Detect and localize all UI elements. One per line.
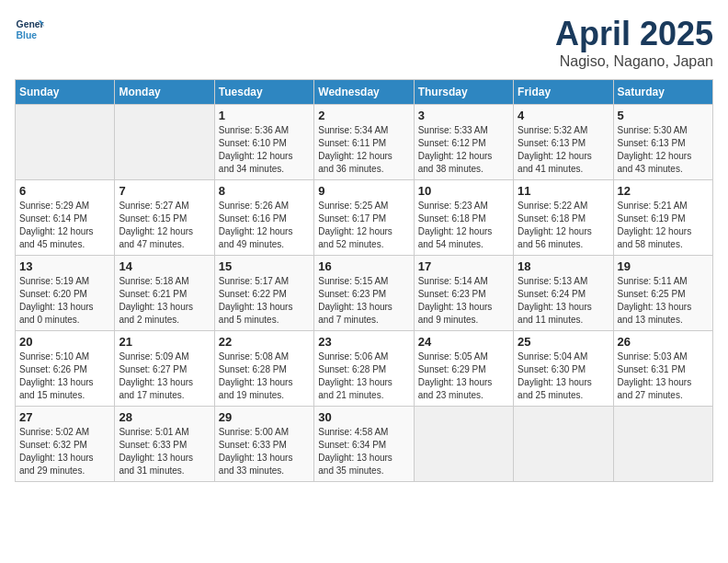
day-info: Sunrise: 5:05 AM Sunset: 6:29 PM Dayligh… — [418, 350, 509, 402]
calendar-cell: 10Sunrise: 5:23 AM Sunset: 6:18 PM Dayli… — [414, 180, 513, 256]
day-info: Sunrise: 5:10 AM Sunset: 6:26 PM Dayligh… — [19, 350, 110, 402]
calendar-cell — [16, 105, 115, 180]
calendar-cell: 4Sunrise: 5:32 AM Sunset: 6:13 PM Daylig… — [514, 105, 613, 180]
calendar-cell — [514, 407, 613, 482]
calendar-table: Sunday Monday Tuesday Wednesday Thursday… — [15, 79, 713, 482]
calendar-week-2: 6Sunrise: 5:29 AM Sunset: 6:14 PM Daylig… — [16, 180, 713, 256]
calendar-cell: 1Sunrise: 5:36 AM Sunset: 6:10 PM Daylig… — [214, 105, 313, 180]
day-info: Sunrise: 5:15 AM Sunset: 6:23 PM Dayligh… — [318, 275, 409, 327]
day-number: 22 — [219, 335, 310, 349]
day-number: 13 — [19, 259, 110, 273]
calendar-cell: 2Sunrise: 5:34 AM Sunset: 6:11 PM Daylig… — [314, 105, 414, 180]
calendar-cell: 17Sunrise: 5:14 AM Sunset: 6:23 PM Dayli… — [414, 256, 513, 331]
day-number: 24 — [418, 335, 509, 349]
day-info: Sunrise: 5:21 AM Sunset: 6:19 PM Dayligh… — [618, 200, 709, 251]
calendar-cell: 25Sunrise: 5:04 AM Sunset: 6:30 PM Dayli… — [514, 331, 613, 407]
day-number: 26 — [618, 335, 709, 349]
day-number: 30 — [318, 410, 409, 424]
day-number: 18 — [518, 259, 609, 273]
calendar-cell: 27Sunrise: 5:02 AM Sunset: 6:32 PM Dayli… — [16, 407, 115, 482]
calendar-cell: 15Sunrise: 5:17 AM Sunset: 6:22 PM Dayli… — [214, 256, 313, 331]
col-monday: Monday — [115, 80, 214, 105]
day-number: 21 — [119, 335, 210, 349]
day-number: 2 — [318, 109, 409, 122]
calendar-cell: 8Sunrise: 5:26 AM Sunset: 6:16 PM Daylig… — [214, 180, 313, 256]
day-info: Sunrise: 5:25 AM Sunset: 6:17 PM Dayligh… — [318, 200, 409, 251]
col-saturday: Saturday — [613, 80, 712, 105]
calendar-cell: 13Sunrise: 5:19 AM Sunset: 6:20 PM Dayli… — [16, 256, 115, 331]
calendar-week-4: 20Sunrise: 5:10 AM Sunset: 6:26 PM Dayli… — [16, 331, 713, 407]
day-number: 3 — [418, 109, 509, 122]
calendar-cell: 23Sunrise: 5:06 AM Sunset: 6:28 PM Dayli… — [314, 331, 414, 407]
calendar-cell: 26Sunrise: 5:03 AM Sunset: 6:31 PM Dayli… — [613, 331, 712, 407]
day-info: Sunrise: 5:18 AM Sunset: 6:21 PM Dayligh… — [119, 275, 210, 327]
day-number: 7 — [119, 184, 210, 198]
calendar-cell — [613, 407, 712, 482]
calendar-body: 1Sunrise: 5:36 AM Sunset: 6:10 PM Daylig… — [16, 105, 713, 482]
calendar-cell: 19Sunrise: 5:11 AM Sunset: 6:25 PM Dayli… — [613, 256, 712, 331]
col-tuesday: Tuesday — [214, 80, 313, 105]
header: General Blue April 2025 Nagiso, Nagano, … — [15, 15, 713, 70]
day-info: Sunrise: 5:13 AM Sunset: 6:24 PM Dayligh… — [518, 275, 609, 327]
title-area: April 2025 Nagiso, Nagano, Japan — [555, 15, 713, 70]
day-number: 14 — [119, 259, 210, 273]
logo: General Blue — [15, 15, 44, 44]
logo-icon: General Blue — [15, 15, 44, 44]
day-info: Sunrise: 5:01 AM Sunset: 6:33 PM Dayligh… — [119, 426, 210, 477]
calendar-cell: 5Sunrise: 5:30 AM Sunset: 6:13 PM Daylig… — [613, 105, 712, 180]
day-info: Sunrise: 5:23 AM Sunset: 6:18 PM Dayligh… — [418, 200, 509, 251]
calendar-cell: 28Sunrise: 5:01 AM Sunset: 6:33 PM Dayli… — [115, 407, 214, 482]
day-info: Sunrise: 5:11 AM Sunset: 6:25 PM Dayligh… — [618, 275, 709, 327]
calendar-cell: 3Sunrise: 5:33 AM Sunset: 6:12 PM Daylig… — [414, 105, 513, 180]
calendar-cell: 11Sunrise: 5:22 AM Sunset: 6:18 PM Dayli… — [514, 180, 613, 256]
day-info: Sunrise: 5:30 AM Sunset: 6:13 PM Dayligh… — [618, 124, 709, 176]
calendar-cell: 18Sunrise: 5:13 AM Sunset: 6:24 PM Dayli… — [514, 256, 613, 331]
calendar-cell: 21Sunrise: 5:09 AM Sunset: 6:27 PM Dayli… — [115, 331, 214, 407]
day-info: Sunrise: 5:33 AM Sunset: 6:12 PM Dayligh… — [418, 124, 509, 176]
day-number: 4 — [518, 109, 609, 122]
day-info: Sunrise: 5:03 AM Sunset: 6:31 PM Dayligh… — [618, 350, 709, 402]
calendar-cell: 29Sunrise: 5:00 AM Sunset: 6:33 PM Dayli… — [214, 407, 313, 482]
calendar-cell: 12Sunrise: 5:21 AM Sunset: 6:19 PM Dayli… — [613, 180, 712, 256]
day-number: 6 — [19, 184, 110, 198]
day-info: Sunrise: 5:00 AM Sunset: 6:33 PM Dayligh… — [219, 426, 310, 477]
day-number: 9 — [318, 184, 409, 198]
day-number: 11 — [518, 184, 609, 198]
day-info: Sunrise: 5:02 AM Sunset: 6:32 PM Dayligh… — [19, 426, 110, 477]
calendar-week-1: 1Sunrise: 5:36 AM Sunset: 6:10 PM Daylig… — [16, 105, 713, 180]
col-sunday: Sunday — [16, 80, 115, 105]
svg-text:Blue: Blue — [17, 30, 38, 40]
calendar-cell: 22Sunrise: 5:08 AM Sunset: 6:28 PM Dayli… — [214, 331, 313, 407]
day-info: Sunrise: 5:32 AM Sunset: 6:13 PM Dayligh… — [518, 124, 609, 176]
day-info: Sunrise: 5:36 AM Sunset: 6:10 PM Dayligh… — [219, 124, 310, 176]
day-number: 23 — [318, 335, 409, 349]
day-info: Sunrise: 5:29 AM Sunset: 6:14 PM Dayligh… — [19, 200, 110, 251]
day-number: 28 — [119, 410, 210, 424]
calendar-cell: 20Sunrise: 5:10 AM Sunset: 6:26 PM Dayli… — [16, 331, 115, 407]
day-info: Sunrise: 5:22 AM Sunset: 6:18 PM Dayligh… — [518, 200, 609, 251]
calendar-cell: 9Sunrise: 5:25 AM Sunset: 6:17 PM Daylig… — [314, 180, 414, 256]
day-info: Sunrise: 5:34 AM Sunset: 6:11 PM Dayligh… — [318, 124, 409, 176]
day-number: 29 — [219, 410, 310, 424]
main-title: April 2025 — [555, 15, 713, 53]
calendar-cell: 14Sunrise: 5:18 AM Sunset: 6:21 PM Dayli… — [115, 256, 214, 331]
calendar-cell: 16Sunrise: 5:15 AM Sunset: 6:23 PM Dayli… — [314, 256, 414, 331]
calendar-cell: 6Sunrise: 5:29 AM Sunset: 6:14 PM Daylig… — [16, 180, 115, 256]
calendar-cell: 7Sunrise: 5:27 AM Sunset: 6:15 PM Daylig… — [115, 180, 214, 256]
col-wednesday: Wednesday — [314, 80, 414, 105]
day-number: 5 — [618, 109, 709, 122]
day-info: Sunrise: 5:06 AM Sunset: 6:28 PM Dayligh… — [318, 350, 409, 402]
day-number: 16 — [318, 259, 409, 273]
day-info: Sunrise: 5:09 AM Sunset: 6:27 PM Dayligh… — [119, 350, 210, 402]
col-friday: Friday — [514, 80, 613, 105]
calendar-cell — [115, 105, 214, 180]
calendar-week-5: 27Sunrise: 5:02 AM Sunset: 6:32 PM Dayli… — [16, 407, 713, 482]
day-number: 17 — [418, 259, 509, 273]
weekday-row: Sunday Monday Tuesday Wednesday Thursday… — [16, 80, 713, 105]
day-info: Sunrise: 4:58 AM Sunset: 6:34 PM Dayligh… — [318, 426, 409, 477]
day-number: 15 — [219, 259, 310, 273]
calendar-header: Sunday Monday Tuesday Wednesday Thursday… — [16, 80, 713, 105]
day-info: Sunrise: 5:08 AM Sunset: 6:28 PM Dayligh… — [219, 350, 310, 402]
day-number: 27 — [19, 410, 110, 424]
subtitle: Nagiso, Nagano, Japan — [555, 53, 713, 70]
